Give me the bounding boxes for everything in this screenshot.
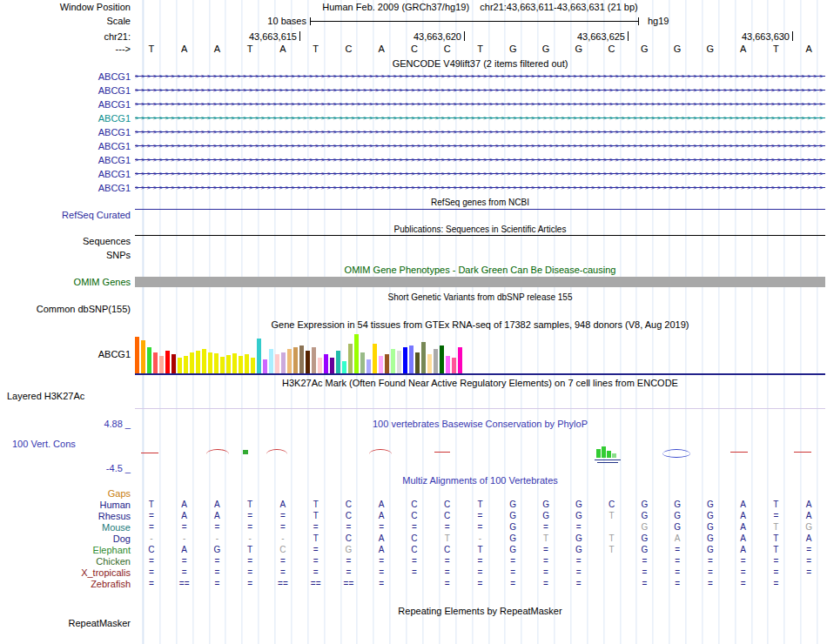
gencode-transcript-label[interactable]: ABCG1 — [98, 141, 131, 152]
gtex-bar[interactable] — [458, 347, 462, 373]
gencode-transcript[interactable]: > > > > > > > > > > > > > > > > > > > > … — [135, 99, 825, 109]
gtex-bar[interactable] — [421, 342, 426, 373]
gtex-bar[interactable] — [178, 358, 182, 373]
multiz-base: = — [313, 545, 319, 555]
gtex-bar[interactable] — [135, 337, 139, 373]
gtex-bar[interactable] — [208, 352, 212, 373]
multiz-base: = — [346, 567, 352, 578]
gtex-bar[interactable] — [196, 351, 200, 373]
gtex-bar[interactable] — [202, 349, 206, 373]
gencode-transcript[interactable]: > > > > > > > > > > > > > > > > > > > > … — [135, 127, 825, 137]
gencode-transcript-label[interactable]: ABCG1 — [98, 85, 131, 97]
multiz-species-label[interactable]: Rhesus — [98, 511, 131, 522]
multiz-species-label[interactable]: Zebrafish — [91, 579, 131, 590]
gtex-bar[interactable] — [427, 354, 432, 373]
multiz-species-label[interactable]: Dog — [113, 533, 131, 545]
refseq-curated-label[interactable]: RefSeq Curated — [62, 210, 131, 221]
gtex-bar[interactable] — [159, 356, 164, 373]
gtex-bar[interactable] — [245, 354, 249, 373]
gtex-bar[interactable] — [293, 347, 298, 373]
gtex-bar[interactable] — [318, 358, 322, 373]
gencode-transcript-label[interactable]: ABCG1 — [98, 155, 131, 166]
gtex-bar[interactable] — [354, 334, 359, 373]
gencode-transcript-label[interactable]: ABCG1 — [98, 169, 131, 180]
gtex-bar[interactable] — [299, 345, 304, 373]
gtex-bar[interactable] — [440, 345, 444, 373]
gencode-transcript[interactable]: > > > > > > > > > > > > > > > > > > > > … — [135, 169, 825, 178]
gtex-bar[interactable] — [336, 351, 340, 373]
multiz-base: A — [806, 500, 812, 510]
gtex-bar[interactable] — [379, 356, 383, 373]
gtex-bar[interactable] — [306, 351, 310, 373]
gtex-bar[interactable] — [403, 347, 407, 373]
gtex-bar[interactable] — [415, 352, 420, 373]
gtex-bar[interactable] — [434, 349, 438, 373]
multiz-species-label[interactable]: Gaps — [108, 488, 131, 500]
transcript-direction-arrows: > > > > > > > > > > > > > > > > > > > > … — [135, 85, 825, 95]
gtex-bar[interactable] — [366, 359, 371, 373]
gencode-transcript[interactable]: > > > > > > > > > > > > > > > > > > > > … — [135, 85, 825, 95]
gtex-bar[interactable] — [171, 354, 176, 373]
gtex-bar[interactable] — [312, 347, 316, 373]
gtex-bar[interactable] — [385, 354, 389, 373]
gencode-transcript[interactable]: > > > > > > > > > > > > > > > > > > > > … — [135, 141, 825, 151]
gtex-bar[interactable] — [220, 357, 225, 373]
multiz-species-label[interactable]: Chicken — [96, 556, 131, 567]
gencode-transcript-label[interactable]: ABCG1 — [98, 127, 131, 138]
gtex-bar[interactable] — [269, 349, 273, 373]
multiz-base: = — [280, 567, 286, 578]
gtex-bar[interactable] — [147, 347, 151, 373]
gtex-bar[interactable] — [373, 344, 377, 373]
gtex-gene-label[interactable]: ABCG1 — [98, 349, 131, 360]
gtex-bar[interactable] — [184, 356, 188, 373]
multiz-species-label[interactable]: Mouse — [102, 522, 131, 533]
gtex-bar[interactable] — [251, 358, 255, 373]
gtex-bar[interactable] — [342, 361, 346, 373]
snps-label[interactable]: SNPs — [106, 250, 131, 261]
sequences-label[interactable]: Sequences — [83, 236, 131, 247]
refseq-gene-feature[interactable] — [135, 209, 825, 210]
gtex-bar[interactable] — [391, 349, 395, 373]
repeatmasker-label[interactable]: RepeatMasker — [68, 618, 131, 629]
gtex-bar[interactable] — [360, 352, 365, 373]
omim-genes-bar[interactable] — [135, 277, 825, 287]
publications-feature[interactable] — [135, 235, 825, 236]
vert-cons-label[interactable]: 100 Vert. Cons — [12, 439, 76, 450]
layered-h3k27ac-label[interactable]: Layered H3K27Ac — [7, 391, 84, 402]
gencode-transcript-label[interactable]: ABCG1 — [98, 71, 131, 83]
gtex-bar[interactable] — [263, 359, 267, 373]
gtex-bar[interactable] — [214, 353, 219, 373]
gencode-transcript[interactable]: > > > > > > > > > > > > > > > > > > > > … — [135, 113, 825, 123]
gtex-bar[interactable] — [141, 340, 145, 373]
gtex-bar[interactable] — [452, 358, 456, 373]
common-dbsnp-label[interactable]: Common dbSNP(155) — [37, 304, 131, 315]
gtex-bar[interactable] — [226, 355, 231, 373]
gtex-bar[interactable] — [446, 356, 450, 373]
gencode-transcript[interactable]: > > > > > > > > > > > > > > > > > > > > … — [135, 155, 825, 164]
gtex-bar[interactable] — [153, 352, 158, 373]
gencode-transcript-label[interactable]: ABCG1 — [98, 113, 131, 124]
gencode-transcript-label[interactable]: ABCG1 — [98, 183, 131, 194]
gtex-bar[interactable] — [397, 351, 401, 373]
gencode-transcript[interactable]: > > > > > > > > > > > > > > > > > > > > … — [135, 183, 825, 192]
gtex-bar[interactable] — [239, 356, 243, 373]
multiz-base: = — [642, 567, 647, 578]
gtex-bar[interactable] — [232, 353, 237, 373]
multiz-species-label[interactable]: Elephant — [93, 545, 131, 556]
gtex-bar[interactable] — [275, 354, 279, 373]
omim-genes-label[interactable]: OMIM Genes — [74, 277, 131, 288]
gtex-bar[interactable] — [287, 349, 292, 373]
gtex-bar[interactable] — [257, 339, 261, 373]
gtex-bar[interactable] — [330, 358, 334, 373]
gencode-transcript[interactable]: > > > > > > > > > > > > > > > > > > > > … — [135, 71, 825, 81]
multiz-base: = — [412, 522, 417, 533]
gtex-bar[interactable] — [409, 345, 414, 373]
gtex-bar[interactable] — [348, 344, 353, 373]
gtex-bar[interactable] — [281, 352, 286, 373]
gtex-bar[interactable] — [165, 351, 170, 373]
gencode-transcript-label[interactable]: ABCG1 — [98, 99, 131, 111]
multiz-species-label[interactable]: X_tropicalis — [81, 567, 131, 579]
gtex-bar[interactable] — [190, 352, 194, 373]
gtex-bar[interactable] — [324, 354, 328, 373]
multiz-species-label[interactable]: Human — [100, 500, 131, 511]
